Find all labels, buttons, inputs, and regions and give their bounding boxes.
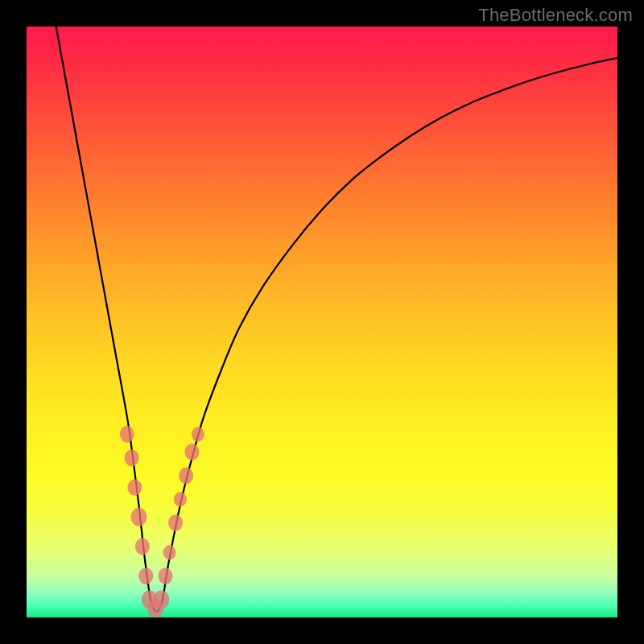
data-marker bbox=[163, 545, 176, 559]
curve-svg bbox=[27, 27, 617, 617]
data-marker bbox=[168, 514, 183, 531]
chart-frame: TheBottleneck.com bbox=[0, 0, 644, 644]
data-marker bbox=[185, 444, 200, 460]
data-marker bbox=[179, 467, 193, 484]
data-markers bbox=[120, 426, 204, 617]
data-marker bbox=[192, 427, 204, 441]
data-marker bbox=[127, 479, 142, 496]
data-marker bbox=[120, 426, 134, 443]
data-marker bbox=[125, 449, 139, 466]
data-marker bbox=[174, 492, 187, 506]
data-marker bbox=[138, 568, 153, 584]
data-marker bbox=[135, 539, 150, 555]
plot-area bbox=[27, 27, 617, 617]
watermark-text: TheBottleneck.com bbox=[478, 5, 633, 26]
data-marker bbox=[130, 508, 147, 526]
data-marker bbox=[158, 568, 172, 584]
data-marker bbox=[153, 590, 169, 609]
